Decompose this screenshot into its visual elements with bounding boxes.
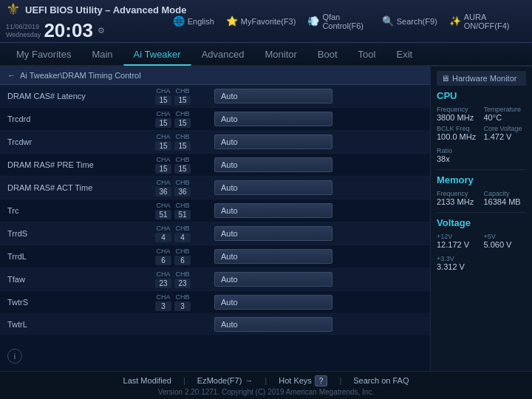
cpu-freq-value: 3800 MHz [437, 113, 480, 122]
chb-block: CHB 6 [174, 248, 191, 265]
breadcrumb-text: Ai Tweaker\DRAM Timing Control [20, 71, 141, 80]
divider-2 [437, 212, 526, 213]
menu-monitor[interactable]: Monitor [255, 44, 307, 64]
cha-block: CHA 4 [155, 225, 171, 242]
logo-section: ⚜ UEFI BIOS Utility – Advanced Mode 11/0… [6, 0, 173, 42]
cha-label: CHA [156, 202, 170, 209]
hotkeys-btn[interactable]: Hot Keys ? [279, 375, 327, 386]
menu-exit[interactable]: Exit [386, 44, 423, 64]
search-faq-btn[interactable]: Search on FAQ [353, 376, 409, 385]
nav-language[interactable]: 🌐 English [173, 16, 214, 27]
channel-values: CHA 3 CHB 3 [155, 293, 214, 311]
hotkeys-label: Hot Keys [279, 376, 312, 385]
hw-monitor-title: Hardware Monitor [452, 74, 516, 83]
value-dropdown[interactable]: Auto [214, 180, 332, 195]
v5-label: +5V [484, 233, 527, 240]
chb-value: 15 [174, 118, 191, 128]
table-row: TwtrS CHA 3 CHB 3 Auto [0, 291, 430, 314]
mem-freq-value: 2133 MHz [437, 197, 480, 206]
v12-item: +12V 12.172 V [437, 233, 480, 249]
row-label: TrrdL [7, 252, 155, 261]
chb-value: 23 [174, 279, 191, 288]
cha-value: 15 [155, 118, 171, 128]
footer-div-1: | [183, 376, 185, 385]
chb-label: CHB [175, 270, 189, 278]
channel-values: CHA 36 CHB 36 [155, 179, 214, 197]
search-icon: 🔍 [382, 16, 394, 27]
value-dropdown[interactable]: Auto [214, 134, 332, 149]
ezmode-btn[interactable]: EzMode(F7) → [197, 376, 253, 385]
v33-label: +3.3V [437, 255, 526, 262]
ezmode-arrow-icon: → [245, 376, 253, 385]
table-row: Tfaw CHA 23 CHB 23 Auto [0, 268, 430, 291]
cha-value: 6 [155, 256, 171, 265]
cha-value: 36 [155, 187, 171, 197]
back-arrow-icon[interactable]: ← [7, 71, 16, 80]
row-label: TwtrS [7, 298, 155, 307]
value-dropdown[interactable]: Auto [214, 249, 332, 264]
value-dropdown[interactable]: Auto [214, 203, 332, 218]
nav-myfavorite[interactable]: ⭐ MyFavorite(F3) [226, 16, 296, 27]
value-dropdown[interactable]: Auto [214, 112, 332, 126]
value-dropdown[interactable]: Auto [214, 272, 332, 287]
channel-values: CHA 4 CHB 4 [155, 225, 214, 242]
cha-label: CHA [156, 270, 170, 278]
chb-label: CHB [175, 87, 189, 95]
asus-logo-icon: ⚜ [6, 0, 21, 19]
cpu-bclk-item: BCLK Freq 100.0 MHz [437, 125, 480, 141]
hw-monitor-header: 🖥 Hardware Monitor [437, 71, 526, 86]
table-row: TwtrL Auto [0, 314, 430, 335]
value-dropdown[interactable]: Auto [214, 226, 332, 241]
footer-top: Last Modified | EzMode(F7) → | Hot Keys … [123, 375, 409, 386]
menu-advanced[interactable]: Advanced [191, 44, 255, 64]
mem-freq-item: Frequency 2133 MHz [437, 190, 480, 206]
chb-label: CHB [175, 133, 189, 140]
table-row: DRAM CAS# Latency CHA 15 CHB 15 Auto [0, 85, 430, 108]
settings-gear-icon[interactable]: ⚙ [98, 26, 105, 35]
row-value: Auto [214, 112, 423, 126]
chb-label: CHB [175, 156, 189, 163]
info-button[interactable]: i [7, 349, 22, 364]
last-modified-label: Last Modified [123, 376, 171, 385]
cha-block: CHA 15 [155, 133, 171, 151]
menu-aitweaker[interactable]: Ai Tweaker [123, 44, 191, 66]
v12-value: 12.172 V [437, 240, 480, 249]
channel-values: CHA 15 CHB 15 [155, 133, 214, 151]
cha-value: 15 [155, 164, 171, 174]
cpu-temp-item: Temperature 40°C [484, 106, 527, 122]
value-dropdown[interactable]: Auto [214, 317, 332, 332]
row-label: Trcdrd [7, 115, 155, 123]
chb-value: 15 [174, 141, 191, 151]
cpu-corevolt-value: 1.472 V [484, 132, 527, 141]
top-nav: 🌐 English ⭐ MyFavorite(F3) 💨 Qfan Contro… [173, 13, 519, 30]
cpu-ratio-label: Ratio [437, 147, 526, 154]
cha-label: CHA [156, 133, 170, 140]
nav-qfan[interactable]: 💨 Qfan Control(F6) [307, 13, 369, 30]
cha-label: CHA [156, 225, 170, 232]
row-value: Auto [214, 226, 423, 241]
menu-tool[interactable]: Tool [348, 44, 386, 64]
menu-myfavorites[interactable]: My Favorites [6, 44, 81, 64]
date-display: 11/06/2019 Wednesday [6, 23, 41, 39]
nav-aura[interactable]: ✨ AURA ON/OFF(F4) [449, 13, 519, 30]
table-row: TrrdS CHA 4 CHB 4 Auto [0, 222, 430, 245]
cha-label: CHA [156, 110, 170, 117]
table-row: DRAM RAS# PRE Time CHA 15 CHB 15 Auto [0, 154, 430, 177]
hotkeys-key-badge: ? [315, 375, 328, 386]
voltage-section-title: Voltage [437, 217, 526, 228]
chb-label: CHB [175, 225, 189, 232]
value-dropdown[interactable]: Auto [214, 157, 332, 172]
nav-search[interactable]: 🔍 Search(F9) [382, 16, 437, 27]
v5-value: 5.060 V [484, 240, 527, 249]
cha-value: 23 [155, 279, 171, 288]
value-dropdown[interactable]: Auto [214, 89, 332, 103]
chb-label: CHB [175, 202, 189, 209]
chb-block: CHB 15 [174, 110, 191, 128]
footer-bar: Last Modified | EzMode(F7) → | Hot Keys … [0, 371, 532, 399]
row-value: Auto [214, 203, 423, 218]
cpu-freq-item: Frequency 3800 MHz [437, 106, 480, 122]
value-dropdown[interactable]: Auto [214, 295, 332, 310]
last-modified-btn[interactable]: Last Modified [123, 376, 171, 385]
menu-main[interactable]: Main [81, 44, 123, 64]
menu-boot[interactable]: Boot [307, 44, 348, 64]
